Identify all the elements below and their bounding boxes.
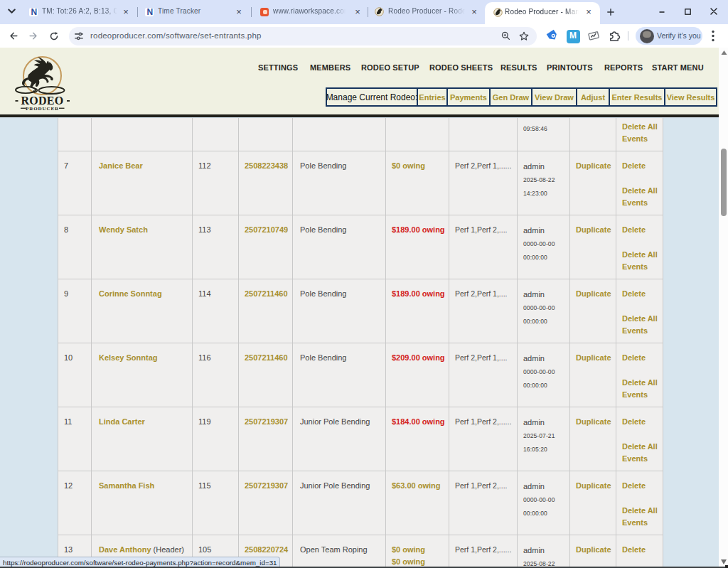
svg-text:RODEO: RODEO [21, 95, 63, 107]
svg-text:PRODUCER: PRODUCER [26, 106, 59, 112]
